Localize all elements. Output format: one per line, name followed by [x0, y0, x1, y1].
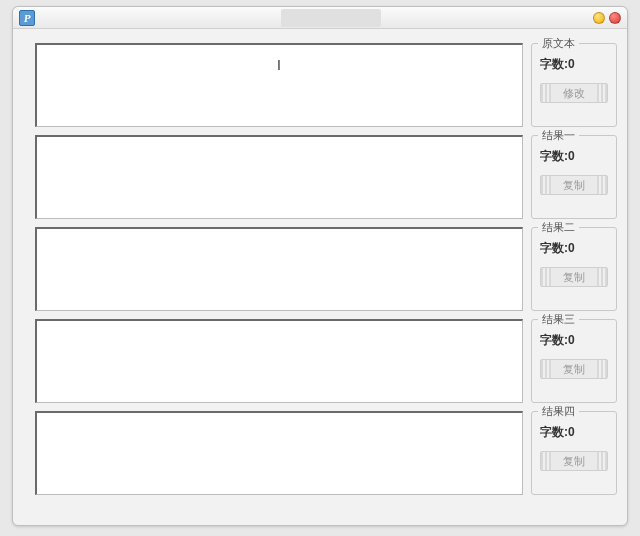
- count-label: 字数:: [540, 425, 568, 439]
- title-center-strip: [281, 9, 381, 27]
- button-label: 修改: [563, 86, 585, 101]
- row-result-4: 结果四 字数:0 复制: [35, 411, 617, 495]
- result-1-text[interactable]: [35, 135, 523, 219]
- panel-legend: 结果一: [538, 128, 579, 143]
- char-count: 字数:0: [540, 240, 608, 257]
- count-label: 字数:: [540, 57, 568, 71]
- titlebar[interactable]: P: [13, 7, 627, 29]
- row-result-1: 结果一 字数:0 复制: [35, 135, 617, 219]
- panel-legend: 原文本: [538, 36, 579, 51]
- app-icon: P: [19, 10, 35, 26]
- panel-result-2: 结果二 字数:0 复制: [531, 227, 617, 311]
- count-value: 0: [568, 57, 575, 71]
- copy-button[interactable]: 复制: [540, 359, 608, 379]
- count-label: 字数:: [540, 149, 568, 163]
- count-value: 0: [568, 333, 575, 347]
- panel-legend: 结果三: [538, 312, 579, 327]
- client-area: I 原文本 字数:0 修改 结果一 字数:0: [13, 29, 627, 525]
- count-value: 0: [568, 241, 575, 255]
- text-cursor-icon: I: [277, 57, 281, 73]
- panel-result-3: 结果三 字数:0 复制: [531, 319, 617, 403]
- char-count: 字数:0: [540, 332, 608, 349]
- minimize-icon[interactable]: [593, 12, 605, 24]
- row-original: I 原文本 字数:0 修改: [35, 43, 617, 127]
- panel-legend: 结果四: [538, 404, 579, 419]
- panel-original: 原文本 字数:0 修改: [531, 43, 617, 127]
- button-label: 复制: [563, 362, 585, 377]
- count-label: 字数:: [540, 241, 568, 255]
- panel-legend: 结果二: [538, 220, 579, 235]
- char-count: 字数:0: [540, 56, 608, 73]
- close-icon[interactable]: [609, 12, 621, 24]
- panel-result-4: 结果四 字数:0 复制: [531, 411, 617, 495]
- count-label: 字数:: [540, 333, 568, 347]
- modify-button[interactable]: 修改: [540, 83, 608, 103]
- count-value: 0: [568, 149, 575, 163]
- result-2-text[interactable]: [35, 227, 523, 311]
- count-value: 0: [568, 425, 575, 439]
- app-window: P I 原文本 字数:0 修改: [12, 6, 628, 526]
- char-count: 字数:0: [540, 424, 608, 441]
- result-3-text[interactable]: [35, 319, 523, 403]
- copy-button[interactable]: 复制: [540, 267, 608, 287]
- panel-result-1: 结果一 字数:0 复制: [531, 135, 617, 219]
- row-result-2: 结果二 字数:0 复制: [35, 227, 617, 311]
- row-result-3: 结果三 字数:0 复制: [35, 319, 617, 403]
- copy-button[interactable]: 复制: [540, 175, 608, 195]
- original-text-input[interactable]: I: [35, 43, 523, 127]
- button-label: 复制: [563, 454, 585, 469]
- result-4-text[interactable]: [35, 411, 523, 495]
- button-label: 复制: [563, 178, 585, 193]
- copy-button[interactable]: 复制: [540, 451, 608, 471]
- char-count: 字数:0: [540, 148, 608, 165]
- button-label: 复制: [563, 270, 585, 285]
- window-controls: [593, 12, 621, 24]
